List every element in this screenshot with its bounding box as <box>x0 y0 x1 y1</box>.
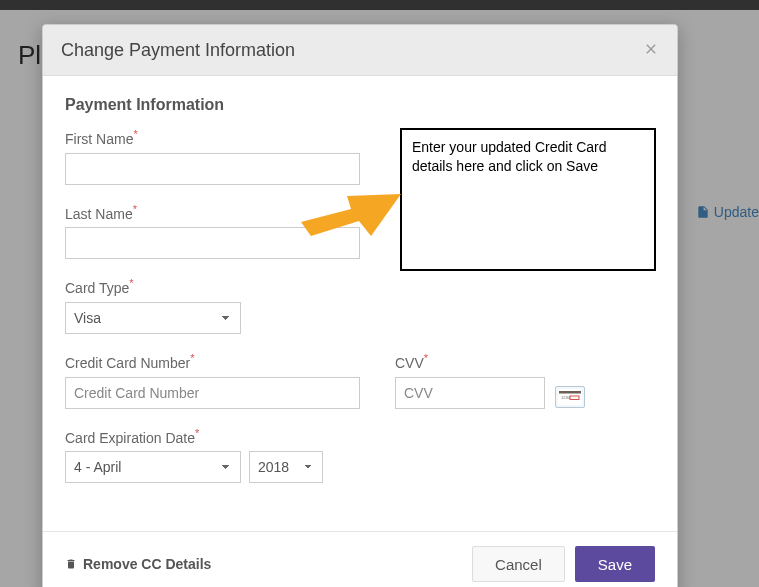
card-type-select[interactable]: Visa <box>65 302 241 334</box>
cvv-input[interactable] <box>395 377 545 409</box>
svg-rect-1 <box>559 391 581 394</box>
card-type-label: Card Type* <box>65 277 360 296</box>
section-title: Payment Information <box>65 96 655 114</box>
cvv-label: CVV* <box>395 352 655 371</box>
info-annotation: Enter your updated Credit Card details h… <box>400 128 656 271</box>
close-button[interactable] <box>643 39 659 61</box>
last-name-group: Last Name* <box>65 203 360 260</box>
last-name-input[interactable] <box>65 227 360 259</box>
modal-body: Payment Information First Name* Last Nam… <box>43 76 677 531</box>
modal-title: Change Payment Information <box>61 40 295 61</box>
cancel-button[interactable]: Cancel <box>472 546 565 582</box>
credit-card-icon: 1234 <box>555 386 585 408</box>
cc-number-input[interactable] <box>65 377 360 409</box>
remove-cc-link[interactable]: Remove CC Details <box>65 556 211 572</box>
last-name-label: Last Name* <box>65 203 360 222</box>
exp-label: Card Expiration Date* <box>65 427 655 446</box>
save-button[interactable]: Save <box>575 546 655 582</box>
cc-number-label: Credit Card Number* <box>65 352 360 371</box>
first-name-label: First Name* <box>65 128 360 147</box>
svg-text:1234: 1234 <box>561 395 571 400</box>
first-name-input[interactable] <box>65 153 360 185</box>
exp-group: Card Expiration Date* 4 - April 2018 <box>65 427 655 484</box>
first-name-group: First Name* <box>65 128 360 185</box>
modal-footer: Remove CC Details Cancel Save <box>43 531 677 587</box>
modal-header: Change Payment Information <box>43 25 677 76</box>
cvv-group: CVV* 1234 <box>395 352 655 409</box>
payment-modal: Change Payment Information Payment Infor… <box>42 24 678 587</box>
exp-year-select[interactable]: 2018 <box>249 451 323 483</box>
card-type-group: Card Type* Visa <box>65 277 360 334</box>
exp-month-select[interactable]: 4 - April <box>65 451 241 483</box>
trash-icon <box>65 557 77 571</box>
close-icon <box>643 41 659 57</box>
cc-number-group: Credit Card Number* <box>65 352 360 409</box>
remove-cc-label: Remove CC Details <box>83 556 211 572</box>
